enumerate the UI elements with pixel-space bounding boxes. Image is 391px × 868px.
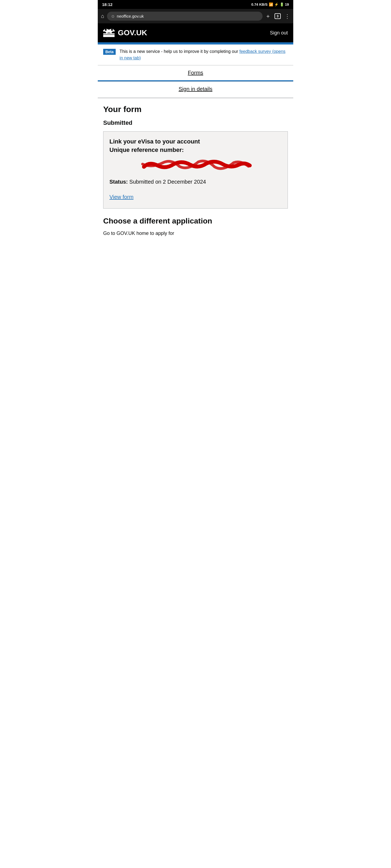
page-title: Your form xyxy=(103,105,288,114)
home-icon[interactable]: ⌂ xyxy=(101,13,104,19)
beta-text: This is a new service - help us to impro… xyxy=(119,48,288,61)
sign-out-button[interactable]: Sign out xyxy=(270,30,288,36)
tab-sign-in-details[interactable]: Sign in details xyxy=(98,82,293,98)
form-card-title: Link your eVisa to your account Unique r… xyxy=(109,137,282,154)
nav-tabs: Forms Sign in details xyxy=(98,65,293,98)
more-options-icon[interactable]: ⋮ xyxy=(284,13,290,20)
redacted-reference xyxy=(109,159,282,172)
data-speed: 0.74 KB/S xyxy=(251,2,268,6)
bottom-heading: Choose a different application xyxy=(103,217,288,225)
form-card-status: Status: Submitted on 2 December 2024 xyxy=(109,178,282,186)
bottom-text: Go to GOV.UK home to apply for xyxy=(103,230,288,237)
new-tab-icon[interactable]: ＋ xyxy=(265,12,271,20)
charge-icon: ⚡ xyxy=(274,2,279,6)
browser-actions: ＋ 3 ⋮ xyxy=(265,12,290,20)
browser-chrome: ⌂ ⊙ neoffice.gov.uk ＋ 3 ⋮ xyxy=(98,9,293,23)
govuk-logo: GOV.UK xyxy=(103,27,147,38)
beta-banner: Beta This is a new service - help us to … xyxy=(98,44,293,65)
view-form-link[interactable]: View form xyxy=(109,194,134,200)
security-icon: ⊙ xyxy=(111,14,115,19)
status-bar: 18:12 0.74 KB/S 📶 ⚡ 🔋 19 xyxy=(98,0,293,9)
url-text: neoffice.gov.uk xyxy=(117,14,144,19)
govuk-title: GOV.UK xyxy=(118,29,147,37)
nav-divider-2 xyxy=(98,98,293,98)
form-card: Link your eVisa to your account Unique r… xyxy=(103,131,288,209)
crown-logo-icon xyxy=(103,27,115,38)
battery-icon: 🔋 xyxy=(280,2,284,6)
blue-banner xyxy=(98,42,293,44)
tab-forms[interactable]: Forms xyxy=(98,65,293,82)
redaction-scribble-icon xyxy=(109,159,282,172)
svg-rect-1 xyxy=(103,35,115,37)
beta-tag: Beta xyxy=(103,49,116,55)
status-time: 18:12 xyxy=(102,2,112,7)
status-bar-right: 0.74 KB/S 📶 ⚡ 🔋 19 xyxy=(251,2,289,6)
govuk-header: GOV.UK Sign out xyxy=(98,23,293,42)
section-title: Submitted xyxy=(103,119,288,126)
svg-rect-0 xyxy=(103,33,115,34)
main-content: Your form Submitted Link your eVisa to y… xyxy=(98,98,293,244)
address-bar[interactable]: ⊙ neoffice.gov.uk xyxy=(107,12,262,21)
network-icon: 📶 xyxy=(269,2,273,6)
battery-level: 19 xyxy=(285,2,289,6)
tab-count[interactable]: 3 xyxy=(275,13,281,19)
